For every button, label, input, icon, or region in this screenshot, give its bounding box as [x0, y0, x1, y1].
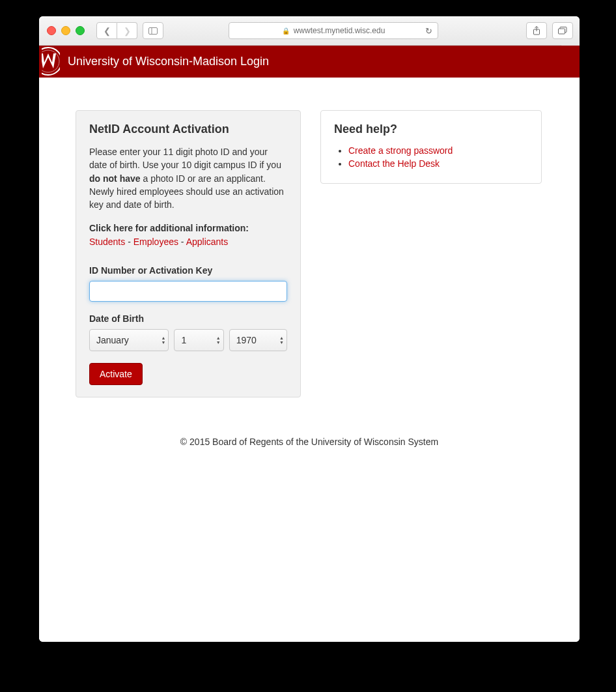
back-button[interactable]: ❮	[96, 22, 117, 39]
applicants-link[interactable]: Applicants	[186, 237, 229, 247]
chevron-right-icon: ❯	[124, 26, 131, 36]
dob-month-select[interactable]: January ▲▼	[89, 329, 169, 351]
activation-panel: NetID Account Activation Please enter yo…	[76, 110, 301, 397]
dob-label: Date of Birth	[89, 313, 287, 324]
lock-icon: 🔒	[282, 27, 290, 35]
footer-copyright: © 2015 Board of Regents of the Universit…	[39, 417, 580, 473]
help-links-list: Create a strong password Contact the Hel…	[334, 145, 528, 169]
page-content: University of Wisconsin-Madison Login Ne…	[39, 46, 580, 642]
contact-helpdesk-link[interactable]: Contact the Help Desk	[348, 158, 440, 169]
minimize-window-button[interactable]	[61, 26, 70, 35]
create-password-link[interactable]: Create a strong password	[348, 145, 453, 156]
dob-day-select[interactable]: 1 ▲▼	[174, 329, 223, 351]
share-icon	[533, 26, 540, 35]
address-bar-host: wwwtest.mynetid.wisc.edu	[294, 26, 385, 35]
site-header: University of Wisconsin-Madison Login	[39, 46, 580, 78]
tabs-icon	[558, 27, 567, 35]
uw-crest-logo	[42, 46, 60, 78]
click-here-label: Click here for additional information:	[89, 223, 249, 233]
show-sidebar-button[interactable]	[143, 22, 163, 39]
sep1: -	[125, 237, 133, 247]
show-tabs-button[interactable]	[552, 22, 573, 39]
nav-buttons: ❮ ❯	[96, 22, 137, 39]
help-panel: Need help? Create a strong password Cont…	[320, 110, 542, 184]
dob-year-value: 1970	[236, 335, 257, 345]
main-content: NetID Account Activation Please enter yo…	[39, 78, 580, 417]
intro-text-bold: do not have	[89, 173, 141, 184]
window-controls	[47, 26, 85, 35]
students-link[interactable]: Students	[89, 237, 125, 247]
employees-link[interactable]: Employees	[133, 237, 178, 247]
dob-day-value: 1	[181, 335, 186, 345]
browser-window: ❮ ❯ 🔒 wwwtest.mynetid.wisc.edu ↻	[39, 16, 580, 642]
close-window-button[interactable]	[47, 26, 56, 35]
site-title: University of Wisconsin-Madison Login	[68, 55, 269, 68]
stepper-icon: ▲▼	[279, 336, 284, 345]
share-button[interactable]	[526, 22, 547, 39]
sep2: -	[178, 237, 186, 247]
activation-heading: NetID Account Activation	[89, 123, 287, 136]
list-item: Contact the Help Desk	[348, 158, 528, 169]
stepper-icon: ▲▼	[216, 336, 221, 345]
forward-button[interactable]: ❯	[117, 22, 137, 39]
id-number-label: ID Number or Activation Key	[89, 265, 287, 276]
chevron-left-icon: ❮	[104, 26, 111, 36]
address-bar[interactable]: 🔒 wwwtest.mynetid.wisc.edu ↻	[229, 22, 438, 39]
list-item: Create a strong password	[348, 145, 528, 156]
help-heading: Need help?	[334, 123, 528, 136]
dob-row: January ▲▼ 1 ▲▼ 1970 ▲▼	[89, 329, 287, 351]
svg-rect-5	[559, 29, 565, 34]
dob-month-value: January	[96, 335, 129, 345]
dob-year-select[interactable]: 1970 ▲▼	[229, 329, 287, 351]
toolbar-right	[526, 22, 573, 39]
intro-text-a: Please enter your 11 digit photo ID and …	[89, 147, 281, 170]
id-number-input[interactable]	[89, 281, 287, 302]
browser-titlebar: ❮ ❯ 🔒 wwwtest.mynetid.wisc.edu ↻	[39, 16, 580, 46]
svg-rect-0	[149, 27, 158, 34]
additional-info-line: Click here for additional information: S…	[89, 222, 287, 248]
sidebar-icon	[148, 27, 158, 35]
reload-button[interactable]: ↻	[425, 26, 432, 36]
activation-intro: Please enter your 11 digit photo ID and …	[89, 145, 287, 211]
activate-button[interactable]: Activate	[89, 363, 143, 385]
zoom-window-button[interactable]	[76, 26, 85, 35]
stepper-icon: ▲▼	[161, 336, 165, 345]
